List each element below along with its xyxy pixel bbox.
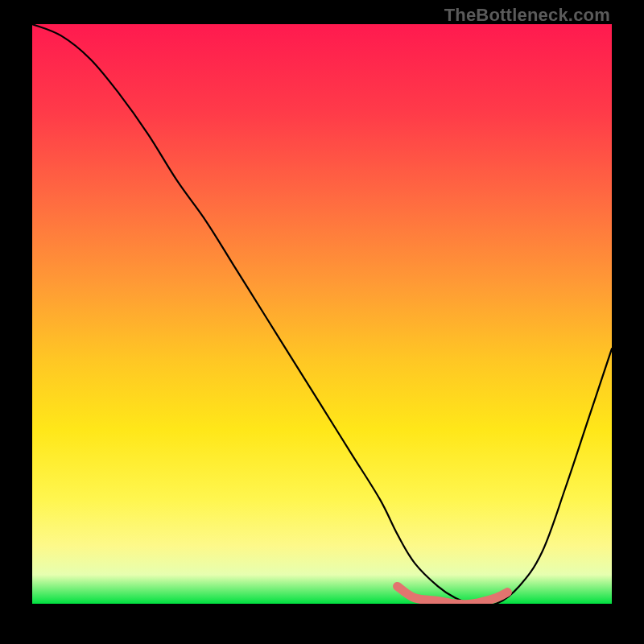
- plot-area: [32, 24, 612, 604]
- watermark-text: TheBottleneck.com: [444, 5, 610, 26]
- chart-svg: [32, 24, 612, 604]
- highlight-segment: [398, 586, 508, 604]
- bottleneck-curve: [32, 24, 612, 604]
- chart-container: TheBottleneck.com: [0, 0, 644, 644]
